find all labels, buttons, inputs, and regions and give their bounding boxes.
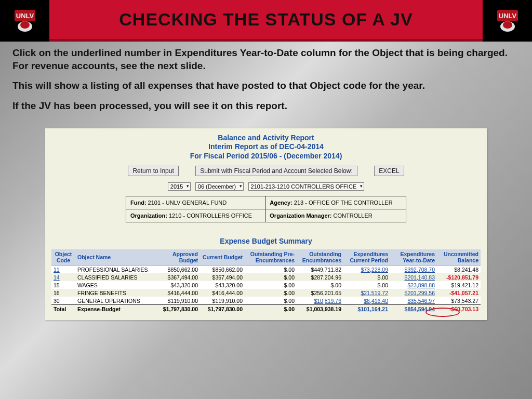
intro-p3: If the JV has been processed, you will s…	[12, 100, 520, 113]
slide-title: CHECKING THE STATUS OF A JV	[119, 9, 413, 30]
logo-text: UNLV	[16, 12, 34, 20]
object-code-link[interactable]: 11	[54, 267, 60, 273]
table-row: 16FRINGE BENEFITS$416,444.00$416,444.00$…	[51, 289, 481, 297]
expense-table: Object Code Object Name Approved Budget …	[51, 249, 481, 313]
svg-text:UNLV: UNLV	[498, 12, 516, 20]
object-code-link[interactable]: 14	[54, 274, 60, 281]
title-bar: CHECKING THE STATUS OF A JV	[49, 0, 483, 42]
return-button[interactable]: Return to Input	[128, 166, 178, 176]
year-select[interactable]: 2015	[168, 182, 191, 191]
table-row: 30GENERAL OPERATIONS$119,910.00$119,910.…	[51, 297, 481, 305]
report-title: Balance and Activity Report Interim Repo…	[51, 134, 481, 161]
exp-ytd-link[interactable]: $392,708.70	[405, 267, 435, 273]
exp-ytd-link[interactable]: $35,546.97	[407, 298, 435, 304]
exp-current-link[interactable]: $21,519.72	[361, 290, 388, 296]
encumbrance-link[interactable]: $10,819.76	[314, 298, 341, 304]
report-panel: Balance and Activity Report Interim Repo…	[45, 128, 487, 321]
exp-ytd-link[interactable]: $201,299.56	[405, 290, 435, 296]
slide-header: UNLV CHECKING THE STATUS OF A JV UNLV	[0, 0, 532, 42]
unlv-logo-right: UNLV	[483, 0, 532, 42]
exp-current-link[interactable]: $6,416.40	[364, 298, 388, 304]
exp-ytd-link[interactable]: $201,140.83	[405, 274, 435, 281]
total-exp-ytd-link[interactable]: $854,594.94	[405, 306, 435, 312]
table-row: 15WAGES$43,320.00$43,320.00$.00$.00$.00$…	[51, 281, 481, 289]
exp-current-link[interactable]: $73,228.09	[361, 267, 388, 273]
table-row: 11PROFESSIONAL SALARIES$850,662.00$850,6…	[51, 265, 481, 274]
info-table: Fund: 2101 - UNLV GENERAL FUND Agency: 2…	[126, 196, 406, 222]
svg-point-6	[503, 21, 512, 29]
account-select[interactable]: 2101-213-1210 CONTROLLERS OFFICE	[248, 182, 365, 191]
section-title: Expense Budget Summary	[51, 237, 481, 245]
intro-text: Click on the underlined number in Expend…	[0, 42, 532, 125]
period-select[interactable]: 06 (December)	[195, 182, 244, 191]
table-row: 14CLASSIFIED SALARIES$367,494.00$367,494…	[51, 273, 481, 281]
svg-point-2	[20, 21, 30, 29]
excel-button[interactable]: EXCEL	[374, 166, 404, 176]
unlv-logo-left: UNLV	[0, 0, 49, 42]
intro-p1: Click on the underlined number in Expend…	[12, 47, 520, 72]
submit-button[interactable]: Submit with Fiscal Period and Account Se…	[195, 166, 357, 176]
total-row: TotalExpense-Budget$1,797,830.00$1,797,8…	[51, 305, 481, 313]
total-exp-cp-link[interactable]: $101,164.21	[358, 306, 388, 312]
intro-p2: This will show a listing of all expenses…	[12, 79, 520, 92]
exp-ytd-link[interactable]: $23,898.88	[407, 282, 435, 288]
